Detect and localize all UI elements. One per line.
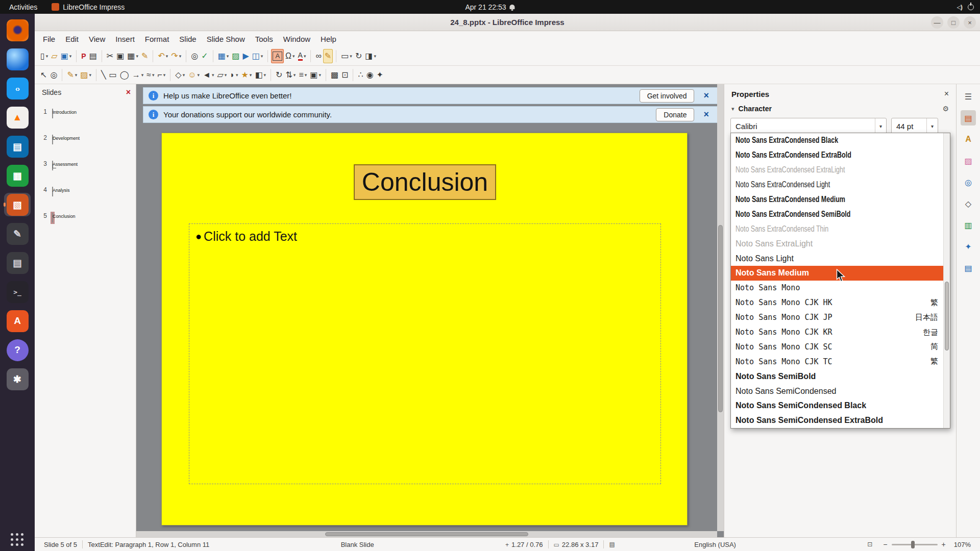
app-center-icon[interactable]: A: [4, 309, 31, 333]
terminal-icon[interactable]: >_: [4, 280, 31, 304]
clock[interactable]: Apr 21 22:53: [465, 3, 514, 11]
font-name-combobox[interactable]: Calibri ▾: [730, 118, 887, 134]
font-option[interactable]: Noto Sans ExtraCondensed Medium: [731, 192, 943, 207]
show-apps-icon[interactable]: [11, 533, 24, 546]
star-shapes-icon[interactable]: ★▾: [240, 68, 254, 82]
animation-icon[interactable]: ✦▾: [375, 68, 385, 82]
callout-shapes-icon[interactable]: ◗▾: [228, 68, 239, 82]
font-option[interactable]: Noto Sans Mono CJK JP 日本語: [731, 310, 943, 325]
properties-close-icon[interactable]: ×: [944, 89, 949, 98]
slide-thumbnail-1[interactable]: 1 Introduction: [40, 108, 136, 120]
toolbar-icon[interactable]: ▾: [170, 69, 170, 81]
minimize-button[interactable]: —: [931, 16, 943, 29]
menu-item[interactable]: Slide: [174, 33, 201, 45]
slide-layout-status[interactable]: Blank Slide: [336, 541, 379, 548]
paste-icon[interactable]: ▦▾: [126, 49, 140, 63]
font-option[interactable]: Noto Sans Mono: [731, 281, 943, 295]
font-option[interactable]: Noto Sans ExtraCondensed Black: [731, 133, 943, 148]
slide-title-text-box[interactable]: Conclusion: [354, 164, 496, 200]
font-option[interactable]: Noto Sans ExtraCondensed Light: [731, 178, 943, 192]
focused-app-menu[interactable]: LibreOffice Impress: [46, 3, 130, 11]
menu-item[interactable]: Tools: [250, 33, 278, 45]
settings-icon[interactable]: ✱: [4, 367, 31, 391]
font-option[interactable]: Noto Sans Mono CJK KR 한글: [731, 325, 943, 340]
insert-media-icon[interactable]: ▶▾: [241, 49, 250, 63]
font-option[interactable]: Noto Sans ExtraLight: [731, 236, 943, 251]
open-icon[interactable]: ▱▾: [50, 49, 59, 63]
lines-arrows-icon[interactable]: →▾: [131, 68, 145, 82]
redo-icon[interactable]: ↷▾: [169, 49, 183, 63]
content-placeholder[interactable]: ● Click to add Text: [189, 223, 661, 484]
flowchart-icon[interactable]: ▱▾: [215, 68, 228, 82]
3d-objects-icon[interactable]: ◧▾: [253, 68, 267, 82]
toolbar-icon[interactable]: ▾: [310, 50, 311, 62]
animation-tab-icon[interactable]: ✦: [961, 239, 976, 254]
toolbar-icon[interactable]: ▾: [213, 50, 213, 62]
activities-button[interactable]: Activities: [0, 3, 46, 11]
flip-icon[interactable]: ⇅▾: [284, 68, 297, 82]
toolbar-icon[interactable]: ▾: [271, 69, 271, 81]
font-color-icon[interactable]: A▾: [297, 49, 308, 63]
properties-tab-icon[interactable]: ▤: [961, 110, 976, 126]
slides-panel-close-icon[interactable]: ×: [126, 88, 131, 97]
font-option[interactable]: Noto Sans SemiCondensed: [731, 384, 943, 398]
zoom-percentage[interactable]: 107%: [949, 541, 976, 548]
basic-shapes-icon[interactable]: ◇▾: [174, 68, 186, 82]
sidebar-settings-icon[interactable]: ☰: [961, 89, 976, 104]
help-icon[interactable]: ?: [4, 338, 31, 362]
vlc-icon[interactable]: ▲: [4, 106, 31, 129]
shapes-tab-icon[interactable]: ◇: [961, 196, 976, 211]
insert-line-icon[interactable]: ╲▾: [100, 68, 108, 82]
toolbar-icon[interactable]: ▾: [76, 50, 77, 62]
print-icon[interactable]: ▤▾: [88, 49, 99, 63]
slide-thumbnail-4[interactable]: 4 Analysis: [40, 186, 136, 198]
font-option[interactable]: Noto Sans Mono CJK HK 繁: [731, 295, 943, 310]
toolbar-icon[interactable]: ▾: [336, 50, 336, 62]
chromium-icon[interactable]: [4, 47, 31, 71]
edit-points-icon[interactable]: ∴▾: [356, 68, 364, 82]
firefox-icon[interactable]: [4, 18, 31, 42]
align-objects-icon[interactable]: ≡▾: [297, 68, 308, 82]
impress-icon[interactable]: ▧: [4, 193, 31, 216]
infobar-close-icon[interactable]: ×: [699, 109, 713, 120]
new-document-icon[interactable]: ▯▾: [39, 49, 50, 63]
connector-icon[interactable]: ⌐▾: [156, 68, 167, 82]
vertical-scrollbar-thumb[interactable]: [718, 225, 723, 412]
toolbar-icon[interactable]: ▾: [96, 69, 96, 81]
curve-icon[interactable]: ≈▾: [145, 68, 156, 82]
zoom-slider-thumb[interactable]: [911, 541, 915, 548]
chevron-down-icon[interactable]: ▾: [731, 106, 734, 112]
language-status[interactable]: English (USA): [689, 541, 741, 548]
menu-item[interactable]: View: [84, 33, 110, 45]
undo-icon[interactable]: ↶▾: [156, 49, 169, 63]
glue-points-icon[interactable]: ◉▾: [365, 68, 375, 82]
cut-icon[interactable]: ✂▾: [105, 49, 115, 63]
insert-table-icon[interactable]: ▦▾: [216, 49, 231, 63]
zoom-out-button[interactable]: −: [883, 540, 887, 548]
arrange-icon[interactable]: ◨▾: [363, 49, 378, 63]
font-size-combobox[interactable]: 44 pt ▾: [891, 118, 938, 134]
slide-transition-tab-icon[interactable]: ▥: [961, 217, 976, 233]
menu-item[interactable]: Help: [315, 33, 341, 45]
maximize-button[interactable]: □: [947, 16, 960, 29]
menu-item[interactable]: File: [38, 33, 60, 45]
shapes-icon[interactable]: ▭▾: [339, 49, 354, 63]
font-option[interactable]: Noto Sans Light: [731, 251, 943, 266]
font-option[interactable]: Noto Sans SemiBold: [731, 369, 943, 384]
find-replace-icon[interactable]: ◎▾: [189, 49, 200, 63]
styles-tab-icon[interactable]: A: [961, 132, 976, 147]
crop-icon[interactable]: ⊡▾: [340, 68, 350, 82]
symbol-shapes-icon[interactable]: ☺▾: [186, 68, 201, 82]
line-color-icon[interactable]: ✎▾: [65, 68, 79, 82]
export-pdf-icon[interactable]: P▾: [80, 49, 87, 63]
dropdown-scrollbar[interactable]: [943, 133, 950, 428]
donate-button[interactable]: Donate: [656, 108, 694, 121]
fill-color-icon[interactable]: ▨▾: [79, 68, 93, 82]
dropdown-arrow-icon[interactable]: ▾: [926, 118, 938, 134]
gimp-icon[interactable]: ✎: [4, 222, 31, 245]
toolbar-icon[interactable]: ▾: [186, 50, 186, 62]
menu-item[interactable]: Window: [278, 33, 315, 45]
special-character-icon[interactable]: Ω▾: [284, 49, 297, 63]
toolbar-icon[interactable]: ▾: [353, 69, 353, 81]
infobar-close-icon[interactable]: ×: [699, 90, 713, 101]
